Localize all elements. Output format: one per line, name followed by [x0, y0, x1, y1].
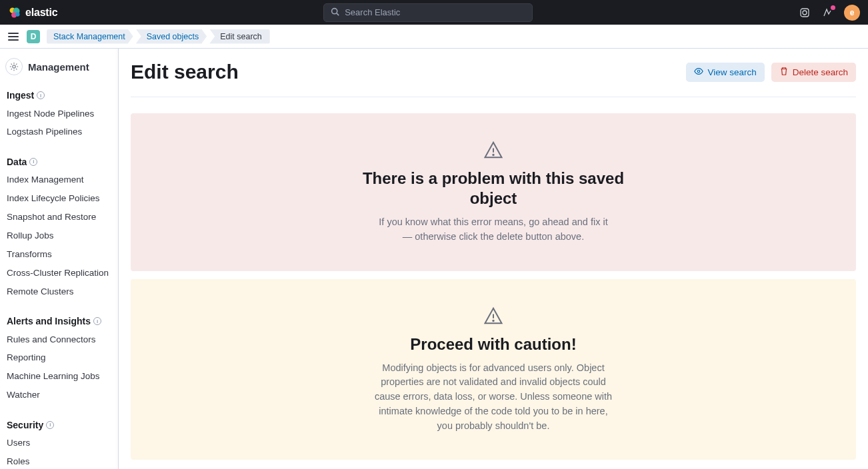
sidebar-item[interactable]: Index Management — [0, 171, 118, 190]
svg-point-11 — [493, 155, 494, 156]
delete-search-button[interactable]: Delete search — [771, 63, 856, 82]
svg-point-8 — [13, 65, 15, 68]
warning-icon — [141, 140, 845, 162]
sidebar-item[interactable]: Remote Clusters — [0, 282, 118, 301]
caution-callout-body: Modifying objects is for advanced users … — [373, 361, 613, 434]
elastic-logo-icon — [8, 6, 21, 19]
search-placeholder: Search Elastic — [345, 7, 400, 17]
logo-text: elastic — [25, 7, 57, 19]
info-icon[interactable]: i — [46, 421, 54, 429]
svg-point-9 — [698, 70, 701, 73]
breadcrumb-item: Edit search — [209, 29, 270, 44]
nav-toggle-icon[interactable] — [7, 30, 20, 43]
sub-header: D Stack Management Saved objects Edit se… — [0, 25, 868, 49]
management-sidebar: Management Ingesti Ingest Node Pipelines… — [0, 49, 119, 469]
svg-point-7 — [803, 11, 807, 15]
problem-callout-title: There is a problem with this saved objec… — [353, 169, 633, 209]
problem-callout-body: If you know what this error means, go ah… — [373, 215, 613, 244]
caution-callout: Proceed with caution! Modifying objects … — [131, 279, 856, 460]
global-search-input[interactable]: Search Elastic — [323, 3, 533, 22]
news-feed-icon[interactable] — [821, 7, 833, 19]
page-header: Edit search View search Delete search — [131, 61, 856, 97]
sidebar-group-ingest: Ingesti — [0, 85, 118, 105]
sidebar-item[interactable]: Roles — [0, 452, 118, 469]
view-search-button[interactable]: View search — [686, 63, 764, 82]
user-avatar[interactable]: e — [844, 5, 860, 21]
svg-point-3 — [15, 12, 20, 17]
sidebar-item[interactable]: Transforms — [0, 245, 118, 264]
gear-icon — [5, 58, 23, 75]
svg-line-5 — [337, 13, 339, 15]
svg-point-4 — [332, 8, 337, 13]
sidebar-title: Management — [28, 61, 89, 73]
eye-icon — [694, 67, 703, 78]
global-header: elastic Search Elastic e — [0, 0, 868, 25]
svg-point-13 — [493, 320, 494, 321]
sidebar-item[interactable]: Rollup Jobs — [0, 227, 118, 245]
sidebar-header: Management — [0, 58, 118, 85]
sidebar-item[interactable]: Rules and Connectors — [0, 330, 118, 349]
warning-icon — [141, 306, 845, 328]
sidebar-group-security: Securityi — [0, 414, 118, 434]
sidebar-item[interactable]: Logstash Pipelines — [0, 123, 118, 142]
sidebar-group-alerts: Alerts and Insightsi — [0, 310, 118, 330]
sidebar-item[interactable]: Machine Learning Jobs — [0, 368, 118, 386]
sidebar-group-data: Datai — [0, 151, 118, 171]
problem-callout: There is a problem with this saved objec… — [131, 113, 856, 271]
sidebar-item[interactable]: Index Lifecycle Policies — [0, 190, 118, 209]
help-icon[interactable] — [799, 7, 811, 19]
breadcrumb-item[interactable]: Saved objects — [136, 29, 207, 44]
sidebar-item[interactable]: Snapshot and Restore — [0, 209, 118, 227]
sidebar-item[interactable]: Cross-Cluster Replication — [0, 264, 118, 282]
page-title: Edit search — [131, 61, 239, 83]
caution-callout-title: Proceed with caution! — [353, 334, 633, 354]
breadcrumb: Stack Management Saved objects Edit sear… — [47, 29, 273, 44]
sidebar-item[interactable]: Watcher — [0, 386, 118, 405]
search-icon — [331, 7, 339, 18]
info-icon[interactable]: i — [93, 317, 101, 325]
sidebar-item[interactable]: Ingest Node Pipelines — [0, 105, 118, 123]
svg-rect-6 — [801, 9, 809, 17]
sidebar-item[interactable]: Users — [0, 434, 118, 453]
space-selector[interactable]: D — [27, 30, 40, 43]
main-content: Edit search View search Delete search Th… — [119, 49, 868, 469]
logo[interactable]: elastic — [8, 6, 57, 19]
sidebar-item[interactable]: Reporting — [0, 349, 118, 368]
info-icon[interactable]: i — [29, 158, 37, 166]
info-icon[interactable]: i — [37, 91, 45, 99]
breadcrumb-item[interactable]: Stack Management — [47, 29, 133, 44]
trash-icon — [779, 67, 789, 78]
header-right-group: e — [799, 5, 860, 21]
page-actions: View search Delete search — [686, 63, 856, 82]
